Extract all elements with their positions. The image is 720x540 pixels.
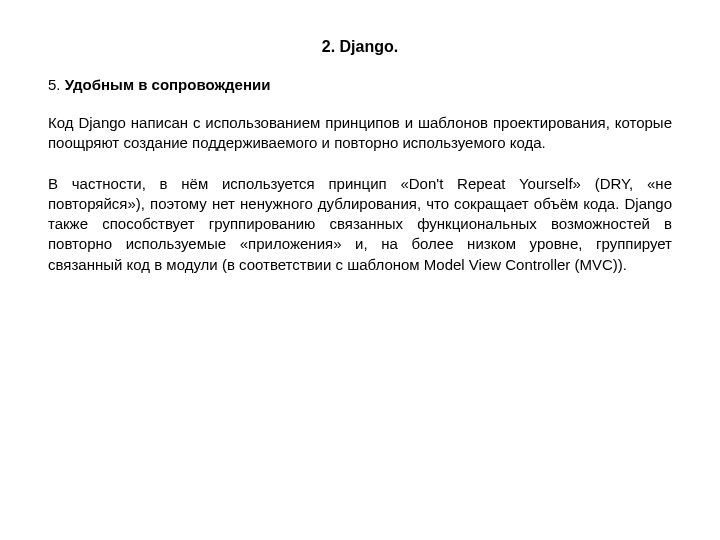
- body-paragraph-2: В частности, в нём используется принцип …: [48, 174, 672, 275]
- section-heading: 5. Удобным в сопровождении: [48, 76, 672, 93]
- section-number: 5.: [48, 76, 65, 93]
- page-title: 2. Django.: [48, 38, 672, 56]
- section-title: Удобным в сопровождении: [65, 76, 271, 93]
- body-paragraph-1: Код Django написан с использованием прин…: [48, 113, 672, 154]
